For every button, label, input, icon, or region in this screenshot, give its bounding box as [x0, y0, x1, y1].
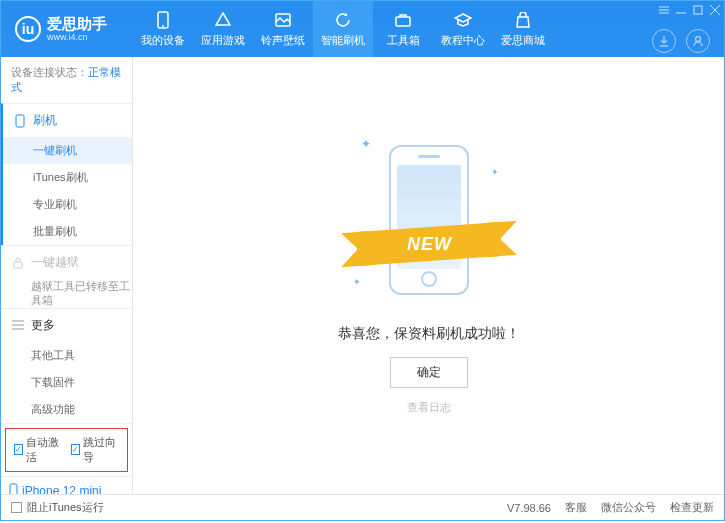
sidebar-item-one-key-flash[interactable]: 一键刷机: [3, 137, 132, 164]
connection-status: 设备连接状态：正常模式: [1, 57, 132, 103]
graduation-icon: [454, 11, 472, 29]
sidebar-item-other-tools[interactable]: 其他工具: [31, 342, 132, 369]
brand-name: 爱思助手: [47, 16, 107, 33]
sidebar-section-jailbreak[interactable]: 一键越狱: [1, 246, 132, 279]
nav-flash[interactable]: 智能刷机: [313, 1, 373, 57]
version-label: V7.98.66: [507, 502, 551, 514]
close-icon[interactable]: [710, 5, 720, 15]
refresh-icon: [334, 11, 352, 29]
svg-rect-13: [14, 262, 22, 268]
sidebar-section-more[interactable]: 更多: [1, 309, 132, 342]
sidebar-item-download-firmware[interactable]: 下载固件: [31, 369, 132, 396]
checkbox-empty-icon: [11, 502, 22, 513]
connected-device[interactable]: iPhone 12 mini 64GB Down-12mini-13,1: [1, 476, 132, 494]
brand-logo: iu 爱思助手 www.i4.cn: [1, 16, 133, 42]
svg-rect-12: [16, 115, 24, 127]
view-log-link[interactable]: 查看日志: [407, 400, 451, 415]
svg-rect-3: [396, 17, 410, 26]
svg-rect-8: [694, 6, 702, 14]
nav-tutorials[interactable]: 教程中心: [433, 1, 493, 57]
sidebar-section-flash[interactable]: 刷机: [3, 104, 132, 137]
statusbar: 阻止iTunes运行 V7.98.66 客服 微信公众号 检查更新: [1, 494, 724, 520]
sidebar-item-batch-flash[interactable]: 批量刷机: [33, 218, 132, 245]
checkbox-row-highlighted: ✓ 自动激活 ✓ 跳过向导: [5, 428, 128, 472]
logo-icon: iu: [15, 16, 41, 42]
wallpaper-icon: [274, 11, 292, 29]
sidebar-item-itunes-flash[interactable]: iTunes刷机: [33, 164, 132, 191]
customer-service-link[interactable]: 客服: [565, 500, 587, 515]
success-illustration: ✦ ✦ ✦ NEW: [369, 137, 489, 307]
success-message: 恭喜您，保资料刷机成功啦！: [338, 325, 520, 343]
checkmark-icon: ✓: [71, 444, 80, 455]
nav-ringtones[interactable]: 铃声壁纸: [253, 1, 313, 57]
ok-button[interactable]: 确定: [390, 357, 468, 388]
wechat-link[interactable]: 微信公众号: [601, 500, 656, 515]
menu-icon[interactable]: [659, 5, 669, 15]
checkbox-auto-activate[interactable]: ✓ 自动激活: [14, 435, 63, 465]
svg-point-11: [696, 37, 701, 42]
main-content: ✦ ✦ ✦ NEW 恭喜您，保资料刷机成功啦！ 确定 查看日志: [133, 57, 724, 494]
download-button[interactable]: [652, 29, 676, 53]
phone-icon: [154, 11, 172, 29]
user-button[interactable]: [686, 29, 710, 53]
minimize-icon[interactable]: [676, 5, 686, 15]
maximize-icon[interactable]: [693, 5, 703, 15]
ribbon-label: NEW: [406, 233, 451, 254]
phone-icon: [9, 483, 18, 494]
lock-icon: [11, 256, 25, 270]
sidebar-item-pro-flash[interactable]: 专业刷机: [33, 191, 132, 218]
bag-icon: [514, 11, 532, 29]
nav-my-device[interactable]: 我的设备: [133, 1, 193, 57]
phone-icon: [13, 114, 27, 128]
checkmark-icon: ✓: [14, 444, 23, 455]
titlebar: iu 爱思助手 www.i4.cn 我的设备 应用游戏 铃声壁纸 智能刷机: [1, 1, 724, 57]
nav-store[interactable]: 爱思商城: [493, 1, 553, 57]
list-icon: [11, 318, 25, 332]
toolbox-icon: [394, 11, 412, 29]
window-controls: [659, 5, 724, 15]
checkbox-block-itunes[interactable]: 阻止iTunes运行: [11, 500, 104, 515]
checkbox-skip-wizard[interactable]: ✓ 跳过向导: [71, 435, 120, 465]
brand-url: www.i4.cn: [47, 33, 107, 42]
sidebar: 设备连接状态：正常模式 刷机 一键刷机 iTunes刷机 专业刷机 批量刷机 一…: [1, 57, 133, 494]
sidebar-item-advanced[interactable]: 高级功能: [31, 396, 132, 423]
main-nav: 我的设备 应用游戏 铃声壁纸 智能刷机 工具箱 教程中心: [133, 1, 652, 57]
nav-toolbox[interactable]: 工具箱: [373, 1, 433, 57]
nav-apps[interactable]: 应用游戏: [193, 1, 253, 57]
apps-icon: [214, 11, 232, 29]
check-update-link[interactable]: 检查更新: [670, 500, 714, 515]
svg-rect-17: [10, 484, 17, 494]
jailbreak-note: 越狱工具已转移至工具箱: [31, 279, 132, 308]
